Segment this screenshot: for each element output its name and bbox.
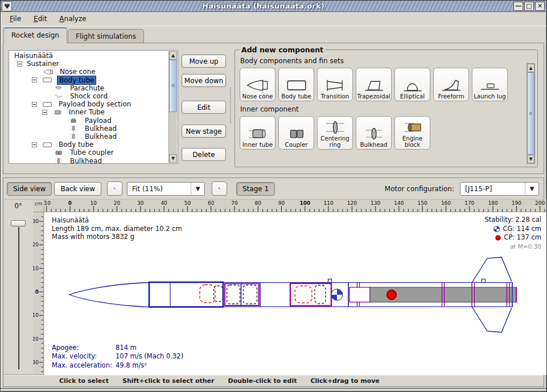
- window-menu-icon[interactable]: [2, 1, 12, 11]
- bodytube-icon: [40, 101, 55, 108]
- motor-configuration-select[interactable]: [J115-P] ▼: [460, 182, 539, 196]
- svg-text:90: 90: [278, 200, 285, 206]
- svg-text:-20: -20: [33, 242, 39, 247]
- tree-item-label: Parachute: [68, 84, 106, 92]
- add-component-box: Add new component Body components and fi…: [235, 46, 538, 167]
- add-coupler-button[interactable]: Coupler: [278, 116, 314, 150]
- bulkhead-icon: [361, 126, 387, 142]
- tree-item-parachute[interactable]: Parachute: [11, 84, 168, 92]
- status-bar: Click to select Shift+click to select ot…: [3, 374, 544, 386]
- tree-collapse-icon[interactable]: [32, 77, 37, 82]
- add-nose-cone-button[interactable]: Nose cone: [240, 68, 275, 101]
- scroll-up-icon[interactable]: ▲: [527, 64, 534, 72]
- svg-text:30: 30: [137, 200, 144, 206]
- svg-text:-30: -30: [33, 218, 39, 224]
- tree-item-body-tube[interactable]: Body tube: [11, 141, 168, 148]
- add-trapezoidal-button[interactable]: Trapezoidal: [356, 68, 392, 101]
- maximize-button[interactable]: □: [524, 2, 534, 11]
- cp-icon: [495, 235, 501, 241]
- add-inner-tube-button[interactable]: Inner tube: [240, 116, 275, 150]
- zoom-in-icon[interactable]: [212, 181, 227, 196]
- edit-button[interactable]: Edit: [182, 101, 226, 114]
- add-elliptical-button[interactable]: Elliptical: [394, 68, 430, 101]
- zoom-out-icon[interactable]: [107, 181, 122, 196]
- component-tree-panel: HaisunäätäSustainerNose coneBody tubePar…: [9, 50, 178, 164]
- tree-item-shock-cord[interactable]: Shock cord: [11, 92, 168, 100]
- tree-item-tube-coupler[interactable]: Tube coupler: [11, 148, 168, 156]
- add-body-tube-button[interactable]: Body tube: [278, 68, 314, 101]
- tree-item-sustainer[interactable]: Sustainer: [11, 60, 168, 68]
- tree-item-body-tube[interactable]: Body tube: [11, 76, 168, 84]
- design-area: 0° cm -100102030405060708090100110120130…: [3, 199, 544, 374]
- innertube-icon: [245, 126, 271, 142]
- close-button[interactable]: ✕: [535, 2, 545, 11]
- svg-text:170: 170: [464, 200, 474, 206]
- menu-analyze[interactable]: Analyze: [54, 13, 92, 24]
- tree-item-bulkhead[interactable]: Bulkhead: [11, 125, 168, 133]
- tree-item-bulkhead[interactable]: Bulkhead: [11, 156, 168, 164]
- tree-item-haisun-t-[interactable]: Haisunäätä: [11, 52, 168, 60]
- tab-rocket-design[interactable]: Rocket design: [3, 27, 67, 43]
- svg-text:190: 190: [512, 200, 521, 206]
- tab-flight-simulations[interactable]: Flight simulations: [68, 29, 144, 43]
- scroll-down-icon[interactable]: ▼: [527, 155, 534, 163]
- menu-file[interactable]: File: [4, 13, 27, 24]
- tree-collapse-icon[interactable]: [17, 61, 22, 67]
- add-centering-ring-button[interactable]: Centering ring: [317, 116, 353, 150]
- minimize-button[interactable]: —: [513, 2, 523, 11]
- add-freeform-button[interactable]: Freeform: [433, 68, 469, 101]
- slider-handle[interactable]: [11, 220, 26, 226]
- delete-button[interactable]: Delete: [182, 148, 226, 161]
- scrollbar-thumb[interactable]: [169, 60, 177, 112]
- shockcord-icon: [51, 93, 66, 100]
- add-component-scrollbar[interactable]: ▲ ▼: [527, 63, 535, 164]
- scroll-up-icon[interactable]: ▲: [169, 51, 177, 60]
- move-down-button[interactable]: Move down: [182, 74, 226, 87]
- add-bulkhead-button[interactable]: Bulkhead: [356, 116, 392, 150]
- tree-collapse-icon[interactable]: [32, 102, 37, 107]
- rocket-design-panel: HaisunäätäSustainerNose coneBody tubePar…: [3, 43, 544, 174]
- back-view-button[interactable]: Back view: [54, 182, 101, 196]
- tab-bar: Rocket design Flight simulations: [1, 26, 546, 43]
- component-button-label: Elliptical: [400, 93, 425, 100]
- tree-item-label: Body tube: [57, 141, 95, 148]
- svg-text:30: 30: [33, 360, 39, 365]
- component-button-label: Engine block: [396, 135, 429, 148]
- tree-item-payload-body-section[interactable]: Payload body section: [11, 100, 168, 108]
- tree-scrollbar[interactable]: ▲ ▼: [168, 51, 177, 163]
- tree-item-nose-cone[interactable]: Nose cone: [11, 68, 168, 76]
- tree-item-bulkhead[interactable]: Bulkhead: [11, 133, 168, 141]
- menu-edit[interactable]: Edit: [28, 13, 52, 24]
- side-view-button[interactable]: Side view: [7, 182, 52, 196]
- svg-text:0: 0: [68, 200, 72, 206]
- zoom-level-select[interactable]: Fit (11%) ▼: [127, 182, 205, 196]
- hint-click-drag: Click+drag to move: [310, 377, 379, 385]
- fintrap-icon: [361, 77, 387, 93]
- add-engine-block-button[interactable]: Engine block: [394, 116, 430, 150]
- move-up-button[interactable]: Move up: [182, 55, 226, 68]
- component-button-label: Nose cone: [242, 93, 273, 100]
- slider-track: [18, 227, 19, 369]
- tree-collapse-icon[interactable]: [42, 110, 47, 115]
- rocket-canvas[interactable]: Haisunäätä Length 189 cm, max. diameter …: [44, 212, 546, 375]
- svg-text:130: 130: [371, 200, 380, 206]
- add-launch-lug-button[interactable]: Launch lug: [472, 68, 508, 101]
- svg-text:150: 150: [418, 200, 427, 206]
- coupler-icon: [283, 126, 310, 142]
- tree-action-buttons: Move up Move down Edit New stage Delete: [182, 55, 226, 174]
- cg-value: CG: 114 cm: [503, 225, 541, 234]
- tree-item-inner-tube[interactable]: Inner Tube: [11, 108, 168, 116]
- stage-1-toggle[interactable]: Stage 1: [236, 182, 275, 196]
- hint-click-select: Click to select: [59, 377, 109, 385]
- svg-text:180: 180: [488, 200, 497, 206]
- design-view-panel: Side view Back view Fit (11%) ▼ Stage 1 …: [3, 178, 544, 387]
- menu-bar: File Edit Analyze: [1, 12, 546, 26]
- new-stage-button[interactable]: New stage: [182, 125, 226, 138]
- scroll-down-icon[interactable]: ▼: [169, 154, 177, 163]
- add-transition-button[interactable]: Transition: [317, 68, 353, 101]
- scrollbar-thumb[interactable]: [527, 72, 534, 155]
- svg-text:10: 10: [91, 200, 97, 206]
- chevron-down-icon: ▼: [191, 183, 204, 195]
- tree-collapse-icon[interactable]: [32, 142, 37, 147]
- tree-item-payload[interactable]: Payload: [11, 117, 168, 125]
